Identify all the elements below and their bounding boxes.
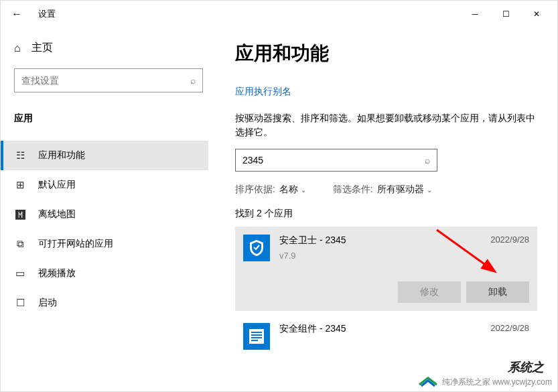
filter-group: 筛选条件: 所有驱动器 ⌄ xyxy=(333,184,432,196)
sidebar-item-offline-maps[interactable]: 🅼 离线地图 xyxy=(1,200,208,229)
app-item-selected[interactable]: 安全卫士 - 2345 v7.9 2022/9/28 修改 卸载 xyxy=(235,226,537,311)
sidebar: ⌂ 主页 ⌕ 应用 ☷ 应用和功能 ⊞ 默认应用 🅼 离线地图 ⧉ 可打开网站的… xyxy=(1,27,208,391)
chevron-down-icon: ⌄ xyxy=(301,186,306,194)
search-icon: ⌕ xyxy=(190,75,196,86)
maximize-icon: ☐ xyxy=(502,9,510,19)
sidebar-item-label: 可打开网站的应用 xyxy=(38,238,113,250)
modify-button[interactable]: 修改 xyxy=(398,281,461,303)
app-item[interactable]: 安全组件 - 2345 2022/9/28 xyxy=(235,315,537,358)
minimize-button[interactable]: ─ xyxy=(460,3,490,25)
sidebar-item-label: 视频播放 xyxy=(38,267,76,279)
close-button[interactable]: ✕ xyxy=(521,3,552,25)
app-version: v7.9 xyxy=(279,251,481,261)
filter-value: 所有驱动器 xyxy=(377,184,424,194)
watermark-partial: 系统之 xyxy=(508,359,544,375)
app-info: 安全卫士 - 2345 v7.9 xyxy=(279,235,481,261)
content-panel: 应用和功能 应用执行别名 按驱动器搜索、排序和筛选。如果想要卸载或移动某个应用，… xyxy=(208,27,557,391)
chevron-down-icon: ⌄ xyxy=(427,186,432,194)
app-date: 2022/9/28 xyxy=(490,235,529,245)
watermark-text: 纯净系统之家 www.ycwjzy.com xyxy=(442,377,552,388)
filter-label: 筛选条件: xyxy=(333,184,373,196)
svg-rect-3 xyxy=(251,332,262,333)
titlebar: ← 设置 ─ ☐ ✕ xyxy=(1,1,557,27)
sidebar-item-label: 应用和功能 xyxy=(38,149,85,161)
settings-search-box[interactable]: ⌕ xyxy=(14,68,203,92)
sort-label: 排序依据: xyxy=(235,184,275,196)
map-icon: 🅼 xyxy=(14,209,26,220)
back-arrow-icon: ← xyxy=(11,8,22,20)
svg-rect-4 xyxy=(251,334,262,336)
results-count: 找到 2 个应用 xyxy=(235,208,537,220)
search-icon: ⌕ xyxy=(425,155,430,166)
filter-row: 排序依据: 名称 ⌄ 筛选条件: 所有驱动器 ⌄ xyxy=(235,184,537,196)
sidebar-item-startup[interactable]: ☐ 启动 xyxy=(1,288,208,318)
minimize-icon: ─ xyxy=(472,9,478,19)
component-icon xyxy=(248,328,265,345)
svg-rect-5 xyxy=(251,337,262,338)
svg-rect-2 xyxy=(249,329,264,344)
svg-rect-6 xyxy=(251,340,258,341)
home-icon: ⌂ xyxy=(14,42,21,54)
app-name: 安全组件 - 2345 xyxy=(279,323,481,335)
sidebar-category: 应用 xyxy=(14,106,208,131)
app-search-input[interactable] xyxy=(242,155,425,166)
sidebar-item-website-apps[interactable]: ⧉ 可打开网站的应用 xyxy=(1,229,208,259)
sidebar-item-label: 离线地图 xyxy=(38,208,76,220)
sidebar-item-default-apps[interactable]: ⊞ 默认应用 xyxy=(1,170,208,200)
app-info: 安全组件 - 2345 xyxy=(279,323,481,339)
page-heading: 应用和功能 xyxy=(235,41,537,66)
watermark: 纯净系统之家 www.ycwjzy.com xyxy=(418,375,552,389)
sort-group: 排序依据: 名称 ⌄ xyxy=(235,184,306,196)
close-icon: ✕ xyxy=(533,9,540,19)
startup-icon: ☐ xyxy=(14,297,26,309)
maximize-button[interactable]: ☐ xyxy=(490,3,521,25)
settings-search-input[interactable] xyxy=(21,75,190,86)
back-button[interactable]: ← xyxy=(6,3,27,25)
app-row: 安全组件 - 2345 2022/9/28 xyxy=(243,323,529,350)
uninstall-button[interactable]: 卸载 xyxy=(466,281,529,303)
app-row: 安全卫士 - 2345 v7.9 2022/9/28 xyxy=(243,235,529,261)
home-link[interactable]: ⌂ 主页 xyxy=(14,36,208,60)
defaults-icon: ⊞ xyxy=(14,179,26,191)
description-text: 按驱动器搜索、排序和筛选。如果想要卸载或移动某个应用，请从列表中选择它。 xyxy=(235,111,537,139)
window-title: 设置 xyxy=(38,8,56,20)
filter-dropdown[interactable]: 所有驱动器 ⌄ xyxy=(377,184,432,196)
app-icon xyxy=(243,323,270,350)
watermark-logo-icon xyxy=(418,375,438,389)
app-name: 安全卫士 - 2345 xyxy=(279,235,481,247)
shield-icon xyxy=(249,239,265,257)
sidebar-item-label: 默认应用 xyxy=(38,179,76,191)
app-aliases-link[interactable]: 应用执行别名 xyxy=(235,86,291,98)
app-search-box[interactable]: ⌕ xyxy=(235,149,437,172)
video-icon: ▭ xyxy=(14,267,26,279)
home-label: 主页 xyxy=(31,41,53,55)
list-icon: ☷ xyxy=(14,149,26,161)
website-icon: ⧉ xyxy=(14,238,26,250)
sidebar-item-apps-features[interactable]: ☷ 应用和功能 xyxy=(1,141,208,170)
sidebar-item-label: 启动 xyxy=(38,297,57,309)
main-area: ⌂ 主页 ⌕ 应用 ☷ 应用和功能 ⊞ 默认应用 🅼 离线地图 ⧉ 可打开网站的… xyxy=(1,27,557,391)
sort-value: 名称 xyxy=(279,184,298,194)
window-controls: ─ ☐ ✕ xyxy=(460,3,552,25)
sidebar-item-video-playback[interactable]: ▭ 视频播放 xyxy=(1,259,208,288)
app-date: 2022/9/28 xyxy=(490,323,529,333)
app-actions: 修改 卸载 xyxy=(243,281,529,303)
app-icon xyxy=(243,235,270,261)
sort-dropdown[interactable]: 名称 ⌄ xyxy=(279,184,306,196)
